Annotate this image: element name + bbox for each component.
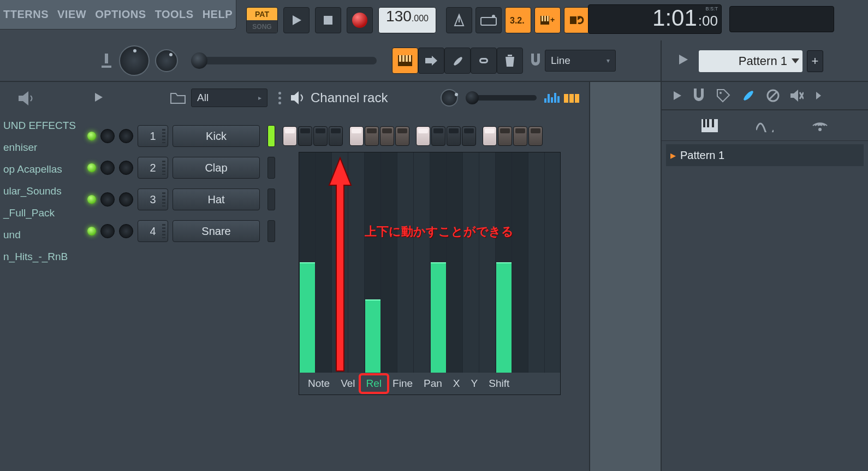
browser-item[interactable]: op Acapellas	[3, 158, 80, 180]
paint-button[interactable]	[444, 48, 471, 74]
audio-tab-icon[interactable]	[812, 119, 828, 133]
graph-tab-pan[interactable]: Pan	[418, 375, 448, 392]
graph-bar[interactable]	[365, 299, 381, 373]
channel-pan-knob[interactable]	[100, 224, 115, 238]
song-position-display[interactable]: B:S:T 1:01 :00	[588, 4, 722, 34]
master-pitch-knob[interactable]	[155, 49, 178, 72]
pattern-play-icon[interactable]	[678, 55, 688, 64]
channel-number[interactable]: 2	[138, 157, 168, 179]
step-cell[interactable]	[528, 126, 543, 146]
channel-filter-dropdown[interactable]: All▸	[191, 89, 267, 107]
channel-mute-led[interactable]	[87, 163, 96, 172]
browser-item[interactable]: und	[3, 224, 80, 246]
pattern-selector[interactable]: Pattern 1	[699, 50, 802, 72]
countdown-button[interactable]: 3.2.	[505, 7, 531, 33]
graph-tab-rel[interactable]: Rel	[361, 375, 388, 392]
rack-menu-icon[interactable]	[93, 92, 105, 104]
step-cell[interactable]	[447, 126, 461, 146]
step-cell[interactable]	[498, 126, 512, 146]
step-cell[interactable]	[365, 126, 379, 146]
folder-icon[interactable]	[170, 92, 186, 104]
play-small-icon[interactable]	[673, 91, 681, 100]
step-cell[interactable]	[416, 126, 430, 146]
snap-dropdown[interactable]: Line▾	[545, 50, 616, 72]
browser-item[interactable]: _Full_Pack	[3, 202, 80, 224]
piano-tab-icon[interactable]	[701, 119, 718, 132]
graph-tab-vel[interactable]: Vel	[335, 375, 360, 392]
step-seq-button[interactable]	[392, 48, 418, 74]
channel-button[interactable]: Snare	[173, 220, 260, 242]
channel-number[interactable]: 4	[138, 220, 168, 242]
metronome-button[interactable]	[446, 7, 472, 33]
step-cell[interactable]	[380, 126, 394, 146]
ban-icon[interactable]	[766, 89, 780, 102]
channel-pan-knob[interactable]	[100, 161, 115, 175]
stop-button[interactable]	[315, 7, 341, 33]
channel-number[interactable]: 3	[138, 189, 168, 210]
tempo-display[interactable]: 130 .000	[378, 7, 436, 33]
step-cell[interactable]	[395, 126, 409, 146]
menu-view[interactable]: VIEW	[54, 8, 90, 21]
record-button[interactable]	[347, 7, 373, 33]
channel-mute-led[interactable]	[87, 227, 96, 236]
swing-slider[interactable]	[466, 95, 537, 101]
browser-item[interactable]: enhiser	[3, 137, 80, 158]
levels-icon[interactable]	[544, 93, 560, 103]
channel-selector[interactable]	[267, 220, 275, 242]
magnet-icon[interactable]	[692, 89, 705, 103]
channel-button[interactable]: Clap	[173, 157, 260, 179]
channel-pan-knob[interactable]	[100, 192, 115, 207]
channel-selector[interactable]	[267, 125, 275, 147]
loop-record-button[interactable]	[564, 7, 590, 33]
drag-handle-icon[interactable]	[278, 92, 281, 104]
master-volume-knob[interactable]	[119, 45, 150, 76]
menu-options[interactable]: OPTIONS	[92, 8, 150, 21]
channel-button[interactable]: Kick	[173, 125, 260, 147]
automation-tab-icon[interactable]	[756, 119, 774, 132]
trash-button[interactable]	[497, 48, 523, 74]
step-cell[interactable]	[313, 126, 328, 146]
pattern-scroll[interactable]	[191, 57, 377, 64]
graph-tab-shift[interactable]: Shift	[483, 375, 515, 392]
step-cell[interactable]	[483, 126, 497, 146]
graph-bar[interactable]	[431, 262, 446, 373]
steps-icon[interactable]	[564, 94, 579, 103]
link-button[interactable]	[471, 48, 497, 74]
chevron-right-icon[interactable]	[815, 92, 822, 99]
send-next-button[interactable]	[418, 48, 444, 74]
swing-knob[interactable]	[441, 89, 458, 107]
menu-tools[interactable]: TOOLS	[152, 8, 197, 21]
channel-mute-led[interactable]	[87, 195, 96, 204]
step-cell[interactable]	[329, 126, 343, 146]
browser-item[interactable]: UND EFFECTS	[3, 115, 80, 137]
channel-vol-knob[interactable]	[119, 161, 133, 175]
wait-input-button[interactable]	[475, 7, 502, 33]
step-cell[interactable]	[283, 126, 297, 146]
overdub-button[interactable]: +	[534, 7, 561, 33]
graph-tab-note[interactable]: Note	[302, 375, 335, 392]
browser-item[interactable]: n_Hits_-_RnB	[3, 246, 80, 268]
graph-tab-y[interactable]: Y	[466, 375, 484, 392]
step-cell[interactable]	[298, 126, 312, 146]
play-button[interactable]	[283, 7, 310, 33]
browser-item[interactable]: ular_Sounds	[3, 180, 80, 202]
step-cell[interactable]	[349, 126, 364, 146]
graph-tab-x[interactable]: X	[448, 375, 466, 392]
channel-vol-knob[interactable]	[119, 192, 133, 207]
mute-icon[interactable]	[790, 90, 804, 102]
channel-mute-led[interactable]	[87, 132, 96, 140]
graph-bar[interactable]	[496, 262, 512, 373]
step-cell[interactable]	[513, 126, 527, 146]
channel-number[interactable]: 1	[138, 125, 168, 147]
pat-song-toggle[interactable]: PAT SONG	[246, 7, 278, 33]
channel-pan-knob[interactable]	[100, 129, 115, 143]
pattern-add-button[interactable]: +	[807, 50, 823, 72]
pattern-list-item[interactable]: ▸ Pattern 1	[666, 144, 864, 166]
graph-bar[interactable]	[300, 262, 315, 373]
channel-selector[interactable]	[267, 189, 275, 210]
tag-icon[interactable]	[716, 89, 730, 103]
channel-vol-knob[interactable]	[119, 224, 133, 238]
step-cell[interactable]	[431, 126, 445, 146]
menu-help[interactable]: HELP	[199, 8, 236, 21]
step-cell[interactable]	[462, 126, 476, 146]
